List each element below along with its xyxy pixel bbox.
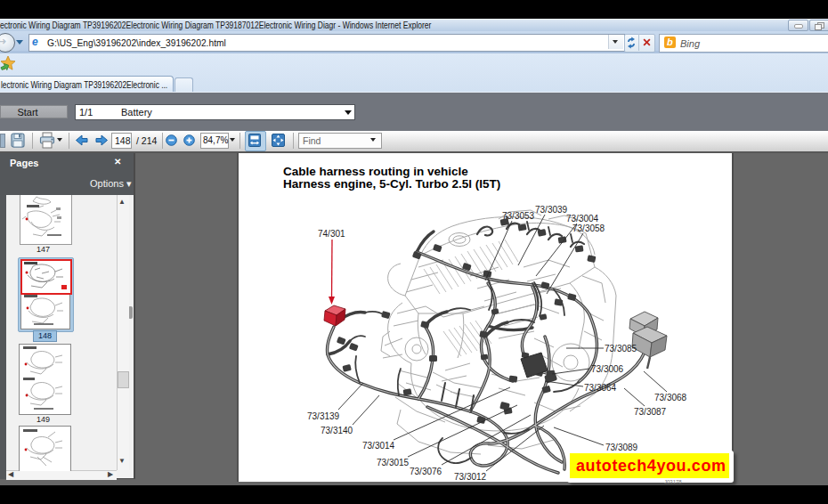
- svg-text:73/3085: 73/3085: [605, 344, 637, 354]
- svg-text:73/3014: 73/3014: [362, 441, 395, 451]
- svg-text:73/3076: 73/3076: [410, 467, 442, 476]
- svg-text:73/3004: 73/3004: [566, 214, 599, 224]
- svg-text:73/3068: 73/3068: [654, 393, 687, 402]
- svg-text:73/3006: 73/3006: [591, 364, 624, 374]
- svg-text:73/3140: 73/3140: [321, 426, 353, 435]
- svg-text:73/3058: 73/3058: [572, 224, 605, 233]
- svg-text:74/301: 74/301: [318, 229, 345, 239]
- svg-text:73/3012: 73/3012: [454, 472, 487, 482]
- svg-text:73/3087: 73/3087: [634, 407, 667, 417]
- svg-text:73/3053: 73/3053: [502, 211, 535, 221]
- svg-text:73/3139: 73/3139: [307, 411, 340, 421]
- svg-text:73/3039: 73/3039: [535, 205, 568, 215]
- svg-text:73/3015: 73/3015: [377, 458, 410, 467]
- svg-text:73/3064: 73/3064: [584, 383, 617, 393]
